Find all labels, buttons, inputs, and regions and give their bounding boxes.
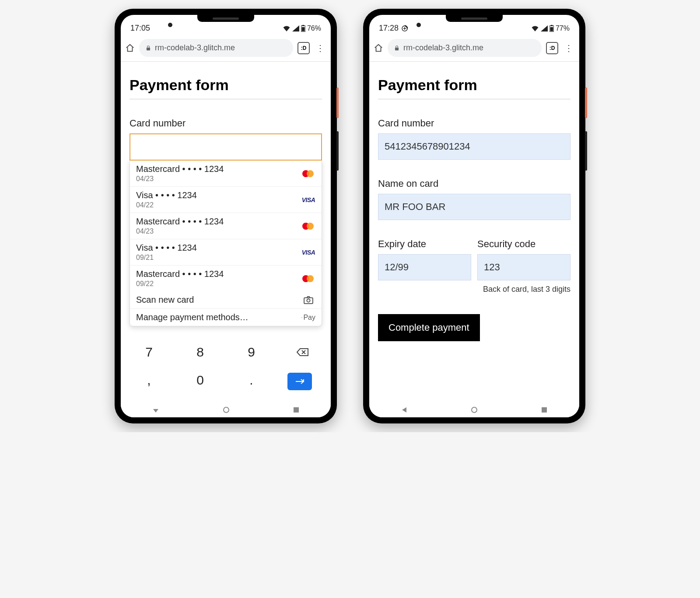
power-button bbox=[336, 87, 339, 118]
key-8[interactable]: 8 bbox=[185, 340, 216, 364]
svg-rect-12 bbox=[395, 47, 399, 50]
expiry-date-input[interactable] bbox=[378, 254, 471, 280]
signal-icon bbox=[292, 25, 299, 31]
autofill-card-title: Mastercard • • • • 1234 bbox=[136, 217, 297, 227]
svg-point-5 bbox=[307, 299, 310, 302]
svg-point-13 bbox=[472, 407, 477, 413]
svg-rect-2 bbox=[301, 27, 304, 31]
nav-recents-icon[interactable] bbox=[541, 407, 547, 413]
signal-icon bbox=[541, 25, 548, 31]
battery-percent: 77% bbox=[556, 24, 570, 32]
front-camera bbox=[168, 23, 172, 27]
url-bar[interactable]: rm-codelab-3.glitch.me bbox=[139, 39, 293, 57]
nav-home-icon[interactable] bbox=[223, 406, 230, 413]
power-button bbox=[585, 87, 587, 118]
svg-rect-14 bbox=[542, 407, 547, 413]
home-icon[interactable] bbox=[125, 43, 135, 53]
svg-rect-1 bbox=[302, 25, 304, 26]
battery-percent: 76% bbox=[307, 24, 321, 32]
autofill-card-title: Visa • • • • 1234 bbox=[136, 243, 297, 253]
overflow-menu-icon[interactable]: ⋮ bbox=[563, 43, 575, 53]
key-9[interactable]: 9 bbox=[236, 340, 267, 364]
autofill-dropdown: Mastercard • • • • 123404/23Visa • • • •… bbox=[130, 160, 322, 326]
page-title: Payment form bbox=[378, 77, 570, 99]
phone-frame-left: 17:05 76% bbox=[115, 9, 337, 423]
phone-notch bbox=[197, 15, 254, 22]
front-camera bbox=[416, 23, 421, 27]
visa-icon: VISA bbox=[301, 196, 315, 203]
autofill-card-expiry: 04/23 bbox=[136, 227, 297, 235]
autofill-card-expiry: 04/23 bbox=[136, 175, 297, 183]
security-code-label: Security code bbox=[477, 238, 570, 250]
home-icon[interactable] bbox=[374, 43, 383, 53]
svg-rect-11 bbox=[550, 27, 553, 31]
complete-payment-button[interactable]: Complete payment bbox=[378, 314, 480, 341]
url-text: rm-codelab-3.glitch.me bbox=[403, 43, 483, 52]
enter-icon bbox=[287, 373, 312, 390]
lock-icon bbox=[145, 45, 151, 51]
card-number-label: Card number bbox=[130, 118, 322, 129]
autofill-card-option[interactable]: Visa • • • • 123404/22VISA bbox=[130, 187, 322, 213]
svg-rect-3 bbox=[147, 47, 150, 50]
autofill-card-expiry: 09/21 bbox=[136, 254, 297, 262]
svg-rect-10 bbox=[551, 25, 553, 26]
visa-icon: VISA bbox=[301, 249, 315, 256]
key-period[interactable]: . bbox=[236, 368, 267, 395]
key-0[interactable]: 0 bbox=[185, 368, 216, 395]
volume-button bbox=[585, 131, 587, 171]
card-number-label: Card number bbox=[378, 118, 570, 129]
scan-card-option[interactable]: Scan new card bbox=[130, 291, 322, 309]
autofill-card-option[interactable]: Mastercard • • • • 123404/23 bbox=[130, 213, 322, 239]
tab-counter[interactable]: :D bbox=[298, 42, 310, 54]
autofill-card-expiry: 04/22 bbox=[136, 201, 297, 209]
mastercard-icon bbox=[301, 222, 315, 230]
autofill-card-option[interactable]: Mastercard • • • • 123404/23 bbox=[130, 161, 322, 187]
overflow-menu-icon[interactable]: ⋮ bbox=[314, 43, 326, 53]
mastercard-icon bbox=[301, 275, 315, 283]
autofill-card-title: Mastercard • • • • 1234 bbox=[136, 164, 297, 174]
browser-toolbar: rm-codelab-3.glitch.me :D ⋮ bbox=[121, 35, 331, 62]
card-number-input[interactable] bbox=[378, 133, 570, 160]
key-enter[interactable] bbox=[287, 368, 318, 395]
autofill-card-title: Mastercard • • • • 1234 bbox=[136, 269, 297, 279]
android-nav-bar bbox=[369, 402, 579, 417]
svg-point-6 bbox=[224, 407, 229, 413]
numeric-keyboard: 7 8 9 , 0 . bbox=[121, 335, 331, 402]
name-on-card-input[interactable] bbox=[378, 194, 570, 220]
url-bar[interactable]: rm-codelab-3.glitch.me bbox=[388, 39, 542, 57]
gpay-icon: Pay bbox=[301, 314, 315, 322]
nav-back-icon[interactable] bbox=[152, 406, 159, 413]
autofill-card-expiry: 09/22 bbox=[136, 280, 297, 288]
page-title: Payment form bbox=[130, 77, 322, 99]
key-7[interactable]: 7 bbox=[134, 340, 164, 364]
key-comma[interactable]: , bbox=[134, 368, 164, 395]
card-number-input[interactable] bbox=[130, 133, 322, 161]
name-on-card-label: Name on card bbox=[378, 178, 570, 189]
clock-time: 17:28 bbox=[379, 24, 399, 33]
wifi-icon bbox=[283, 25, 290, 31]
tab-counter[interactable]: :D bbox=[546, 42, 558, 54]
url-text: rm-codelab-3.glitch.me bbox=[155, 43, 235, 52]
phone-frame-right: 17:28 77% bbox=[363, 9, 585, 423]
clock-time: 17:05 bbox=[130, 24, 150, 33]
manage-payment-methods-option[interactable]: Manage payment methods… Pay bbox=[130, 309, 322, 326]
security-code-input[interactable] bbox=[477, 254, 570, 280]
svg-rect-7 bbox=[294, 407, 299, 413]
autofill-card-title: Visa • • • • 1234 bbox=[136, 190, 297, 200]
nav-home-icon[interactable] bbox=[471, 406, 478, 413]
nav-back-icon[interactable] bbox=[401, 406, 407, 413]
lock-icon bbox=[394, 45, 400, 51]
security-code-helper: Back of card, last 3 digits bbox=[378, 285, 570, 294]
autofill-card-option[interactable]: Mastercard • • • • 123409/22 bbox=[130, 266, 322, 291]
battery-icon bbox=[301, 25, 305, 32]
browser-toolbar: rm-codelab-3.glitch.me :D ⋮ bbox=[369, 35, 579, 62]
expiry-date-label: Expiry date bbox=[378, 238, 471, 250]
mastercard-icon bbox=[301, 170, 315, 178]
android-nav-bar bbox=[121, 402, 331, 417]
autofill-card-option[interactable]: Visa • • • • 123409/21VISA bbox=[130, 239, 322, 266]
nav-recents-icon[interactable] bbox=[293, 407, 299, 413]
phone-notch bbox=[446, 15, 503, 22]
key-backspace[interactable] bbox=[287, 340, 318, 364]
volume-button bbox=[336, 131, 339, 171]
datasaver-icon bbox=[401, 25, 408, 32]
